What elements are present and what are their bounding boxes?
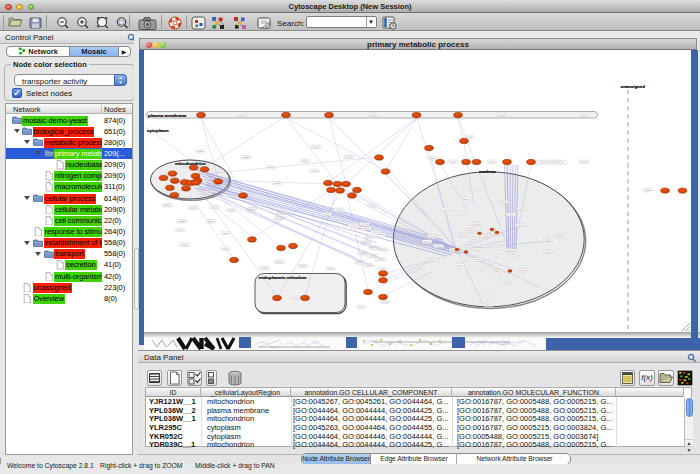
svg-text:endoplasmic reticulum: endoplasmic reticulum <box>259 275 307 280</box>
svg-text:mitochondrion: mitochondrion <box>175 161 206 166</box>
svg-text:cytoplasm: cytoplasm <box>147 128 169 133</box>
svg-text:unassigned: unassigned <box>621 84 646 89</box>
svg-text:nucleus: nucleus <box>479 169 496 174</box>
svg-text:plasma membrane: plasma membrane <box>148 113 187 118</box>
